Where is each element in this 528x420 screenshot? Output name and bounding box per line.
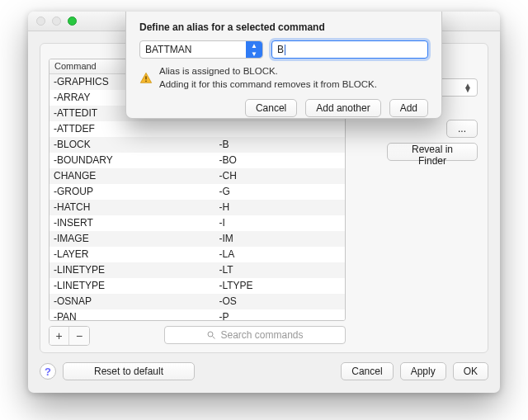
- sheet-headline: Define an alias for a selected command: [139, 21, 428, 33]
- customize-window: Customize Define an alias for a selected…: [28, 12, 500, 393]
- cell-command: -INSERT: [50, 215, 214, 231]
- sheet-add-another-button[interactable]: Add another: [305, 99, 380, 117]
- cell-alias: -CH: [214, 168, 345, 184]
- cell-alias: -IM: [214, 231, 345, 247]
- cancel-button[interactable]: Cancel: [341, 362, 393, 380]
- table-row[interactable]: -OSNAP-OS: [50, 294, 345, 309]
- search-input[interactable]: Search commands: [164, 326, 346, 344]
- cell-command: CHANGE: [50, 168, 214, 184]
- table-row[interactable]: -LINETYPE-LTYPE: [50, 278, 345, 294]
- table-row[interactable]: -INSERT-I: [50, 215, 345, 231]
- cell-command: -BLOCK: [50, 137, 214, 153]
- cell-command: -GROUP: [50, 184, 214, 200]
- table-row[interactable]: -IMAGE-IM: [50, 231, 345, 247]
- browse-button[interactable]: ...: [446, 120, 478, 138]
- ok-button[interactable]: OK: [453, 362, 488, 380]
- cell-alias: -I: [214, 215, 345, 231]
- add-button[interactable]: +: [50, 327, 69, 345]
- chevron-updown-icon: ▲▼: [246, 41, 262, 58]
- alias-input-value: B: [277, 44, 284, 55]
- cell-alias: -OS: [214, 294, 345, 309]
- cell-command: -HATCH: [50, 200, 214, 215]
- table-row[interactable]: -GROUP-G: [50, 184, 345, 200]
- cell-command: -LINETYPE: [50, 278, 214, 294]
- chevron-updown-icon: ▲▼: [464, 83, 472, 92]
- search-icon: [206, 330, 216, 340]
- table-row[interactable]: -LAYER-LA: [50, 247, 345, 262]
- cell-alias: -LA: [214, 247, 345, 262]
- table-row[interactable]: -HATCH-H: [50, 200, 345, 215]
- cell-alias: -B: [214, 137, 345, 153]
- table-row[interactable]: -BOUNDARY-BO: [50, 153, 345, 168]
- reset-to-default-button[interactable]: Reset to default: [63, 362, 195, 380]
- warning-row: Alias is assigned to BLOCK. Adding it fo…: [139, 65, 428, 91]
- cell-alias: [214, 121, 345, 137]
- svg-line-3: [213, 337, 215, 339]
- cell-command: -LINETYPE: [50, 262, 214, 278]
- svg-point-2: [208, 332, 213, 337]
- text-caret: [285, 45, 285, 55]
- help-icon[interactable]: ?: [40, 363, 56, 380]
- remove-button[interactable]: −: [69, 327, 89, 345]
- sheet-add-button[interactable]: Add: [389, 99, 428, 117]
- command-combo[interactable]: BATTMAN ▲▼: [139, 40, 263, 59]
- sheet-cancel-button[interactable]: Cancel: [245, 99, 297, 117]
- table-row[interactable]: -ATTDEF: [50, 121, 345, 137]
- cell-command: -PAN: [50, 309, 214, 321]
- footer-bar: ? Reset to default Cancel Apply OK: [40, 360, 488, 383]
- cell-command: -ATTDEF: [50, 121, 214, 137]
- warning-icon: [139, 66, 153, 91]
- svg-rect-1: [145, 81, 146, 82]
- svg-rect-0: [145, 76, 146, 79]
- command-combo-value: BATTMAN: [145, 44, 191, 55]
- cell-command: -BOUNDARY: [50, 153, 214, 168]
- cell-alias: -P: [214, 309, 345, 321]
- warning-line2: Adding it for this command removes it fr…: [159, 78, 377, 92]
- alias-input[interactable]: B: [271, 40, 428, 59]
- warning-line1: Alias is assigned to BLOCK.: [159, 65, 377, 78]
- cell-alias: -H: [214, 200, 345, 215]
- cell-alias: -BO: [214, 153, 345, 168]
- cell-alias: -G: [214, 184, 345, 200]
- table-row[interactable]: -BLOCK-B: [50, 137, 345, 153]
- cell-command: -OSNAP: [50, 294, 214, 309]
- search-placeholder: Search commands: [220, 329, 303, 341]
- alias-sheet: Define an alias for a selected command B…: [125, 12, 442, 119]
- cell-command: -IMAGE: [50, 231, 214, 247]
- table-row[interactable]: CHANGE-CH: [50, 168, 345, 184]
- table-row[interactable]: -PAN-P: [50, 309, 345, 321]
- reveal-in-finder-button[interactable]: Reveal in Finder: [387, 143, 478, 161]
- add-remove-group: + −: [49, 326, 90, 346]
- table-row[interactable]: -LINETYPE-LT: [50, 262, 345, 278]
- cell-command: -LAYER: [50, 247, 214, 262]
- cell-alias: -LTYPE: [214, 278, 345, 294]
- apply-button[interactable]: Apply: [400, 362, 446, 380]
- cell-alias: -LT: [214, 262, 345, 278]
